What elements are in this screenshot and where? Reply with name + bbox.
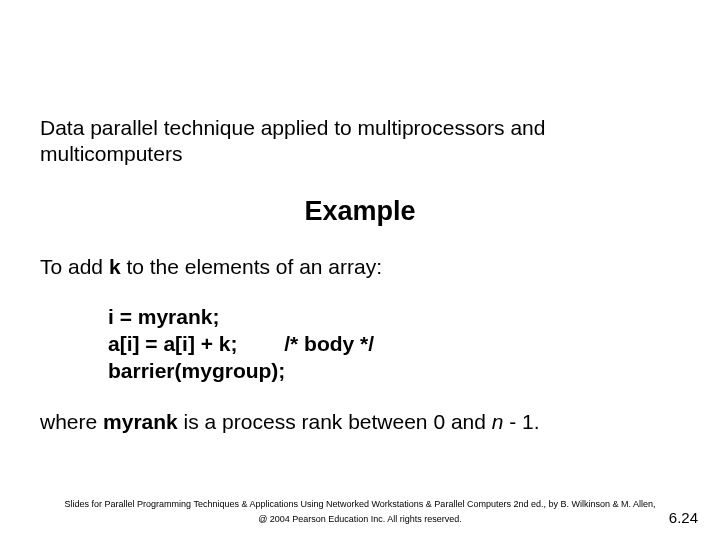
lead-k: k xyxy=(109,255,121,278)
closing-sentence: where myrank is a process rank between 0… xyxy=(40,410,680,434)
page-number: 6.24 xyxy=(669,509,698,526)
lead-post: to the elements of an array: xyxy=(121,255,382,278)
code-line-3: barrier(mygroup); xyxy=(108,359,285,382)
code-line-2a: a[i] = a[i] + k; xyxy=(108,332,238,355)
example-heading: Example xyxy=(40,196,680,227)
lead-pre: To add xyxy=(40,255,109,278)
code-block: i = myrank; a[i] = a[i] + k; /* body */ … xyxy=(108,303,680,385)
closing-t1: where xyxy=(40,410,103,433)
code-line-1: i = myrank; xyxy=(108,305,219,328)
lead-sentence: To add k to the elements of an array: xyxy=(40,255,680,279)
closing-it: n xyxy=(492,410,504,433)
footer: Slides for Parallel Programming Techniqu… xyxy=(0,497,720,526)
intro-text: Data parallel technique applied to multi… xyxy=(40,115,680,168)
footer-line-1: Slides for Parallel Programming Techniqu… xyxy=(0,497,720,511)
closing-t2: is a process rank between 0 and xyxy=(178,410,492,433)
code-line-2b: /* body */ xyxy=(284,332,374,355)
closing-kw: myrank xyxy=(103,410,178,433)
closing-t3: - 1. xyxy=(503,410,539,433)
footer-line-2: @ 2004 Pearson Education Inc. All rights… xyxy=(0,512,720,526)
